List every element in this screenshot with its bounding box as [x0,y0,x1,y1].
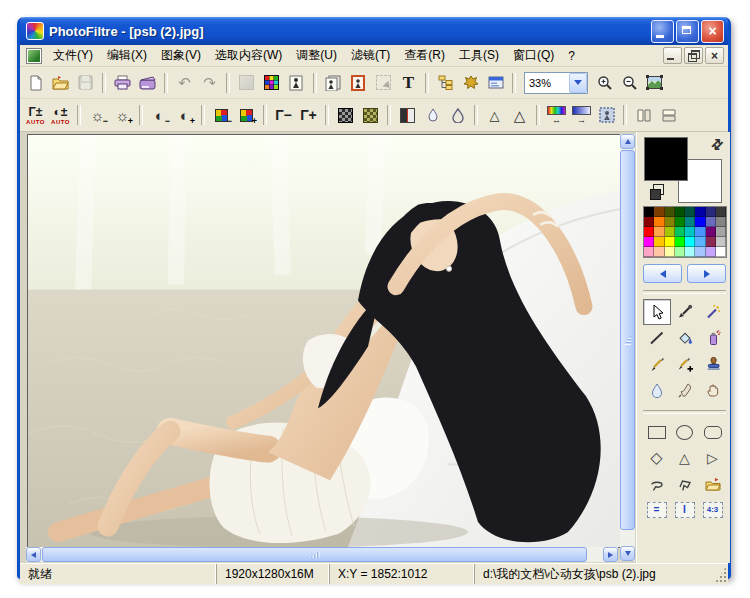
palette-swatch[interactable] [654,227,664,237]
ratio-43-button[interactable]: 4:3 [699,497,727,523]
menu-help[interactable]: ? [561,47,582,65]
menu-selection[interactable]: 选取内容(W) [208,45,289,66]
gamma-plus-button[interactable]: Γ+ [296,103,321,127]
blur-tool[interactable] [643,377,671,403]
saturation-plus-button[interactable]: + [234,103,259,127]
blur-button[interactable] [420,103,445,127]
gamma-minus-button[interactable]: Γ− [271,103,296,127]
canvas-size-button[interactable] [321,71,346,95]
palette-swatch[interactable] [665,207,675,217]
indexed-colors-button[interactable] [259,71,284,95]
spray-tool[interactable] [699,325,727,351]
menu-file[interactable]: 文件(Y) [46,45,100,66]
palette-prev-button[interactable] [643,264,682,283]
show-selection-button[interactable] [371,71,396,95]
palette-swatch[interactable] [675,237,685,247]
menu-tools[interactable]: 工具(S) [452,45,506,66]
print-button[interactable] [110,71,135,95]
zoom-combobox[interactable]: 33% [524,72,588,94]
vertical-scrollbar[interactable] [620,134,635,561]
palette-swatch[interactable] [706,217,716,227]
palette-swatch[interactable] [654,217,664,227]
vertical-scroll-thumb[interactable] [620,150,635,530]
mirror-button[interactable] [631,103,656,127]
menu-filter[interactable]: 滤镜(T) [344,45,397,66]
palette-swatch[interactable] [665,247,675,257]
palette-swatch[interactable] [644,247,654,257]
auto-contrast-button[interactable]: ◐±AUTO [48,103,73,127]
redo-button[interactable]: ↷ [197,71,222,95]
palette-swatch[interactable] [665,217,675,227]
palette-swatch[interactable] [654,247,664,257]
scroll-right-button[interactable] [603,547,618,562]
palette-next-button[interactable] [687,264,726,283]
ellipse-select[interactable] [671,419,699,445]
palette-swatch[interactable] [665,237,675,247]
palette-swatch[interactable] [716,247,726,257]
horizontal-scrollbar[interactable] [26,547,618,562]
mdi-restore-button[interactable] [684,47,703,64]
photomask-frame-button[interactable] [594,103,619,127]
saturation-minus-button[interactable]: − [209,103,234,127]
rhombus-select[interactable]: ◇ [643,445,671,471]
palette-swatch[interactable] [716,237,726,247]
explorer-button[interactable] [433,71,458,95]
palette-swatch[interactable] [675,217,685,227]
open-button[interactable] [48,71,73,95]
menu-view[interactable]: 查看(R) [397,45,452,66]
rounded-rect-select[interactable] [699,419,727,445]
chevron-down-icon[interactable] [569,73,587,93]
resize-grip[interactable] [714,564,728,584]
advanced-brush-tool[interactable] [671,351,699,377]
palette-swatch[interactable] [716,217,726,227]
foreground-color[interactable] [644,137,688,181]
copy-colors-icon[interactable] [653,184,664,195]
palette-swatch[interactable] [706,227,716,237]
palette-swatch[interactable] [716,207,726,217]
ratio-portrait-button[interactable]: I [671,497,699,523]
palette-swatch[interactable] [695,217,705,227]
image-size-button[interactable] [284,71,309,95]
palette-swatch[interactable] [716,227,726,237]
palette-swatch[interactable] [654,207,664,217]
gradient-button[interactable]: → [569,103,594,127]
palette-swatch[interactable] [695,227,705,237]
text-button[interactable]: T [396,71,421,95]
sharpen-button[interactable]: △ [482,103,507,127]
smudge-tool[interactable] [671,377,699,403]
palette-swatch[interactable] [644,217,654,227]
close-button[interactable]: × [701,20,724,43]
module-manager-button[interactable] [483,71,508,95]
fit-image-button[interactable] [642,71,667,95]
image-canvas[interactable] [27,134,623,548]
palette-swatch[interactable] [706,207,716,217]
right-triangle-select[interactable]: ▷ [699,445,727,471]
menu-image[interactable]: 图象(V) [154,45,208,66]
blur-more-button[interactable] [445,103,470,127]
palette-swatch[interactable] [644,207,654,217]
eyedropper-tool[interactable] [671,299,699,325]
title-bar[interactable]: PhotoFiltre - [psb (2).jpg] × [20,17,728,45]
palette-swatch[interactable] [644,237,654,247]
palette-swatch[interactable] [695,207,705,217]
menu-edit[interactable]: 编辑(X) [100,45,154,66]
palette-swatch[interactable] [675,247,685,257]
triangle-select[interactable]: △ [671,445,699,471]
menu-adjust[interactable]: 调整(U) [289,45,344,66]
magic-wand-tool[interactable] [699,299,727,325]
hue-variation-button[interactable]: ↔ [544,103,569,127]
grayscale-button[interactable] [333,103,358,127]
negative-button[interactable] [395,103,420,127]
fill-tool[interactable] [671,325,699,351]
ratio-landscape-button[interactable]: = [643,497,671,523]
zoom-in-button[interactable] [592,71,617,95]
brightness-minus-button[interactable]: ☼− [85,103,110,127]
clone-stamp-tool[interactable] [699,351,727,377]
palette-swatch[interactable] [706,247,716,257]
palette-swatch[interactable] [695,247,705,257]
zoom-out-button[interactable] [617,71,642,95]
horizontal-scroll-thumb[interactable] [42,547,587,562]
flip-button[interactable] [656,103,681,127]
rectangle-select[interactable] [643,419,671,445]
scroll-down-button[interactable] [620,546,635,561]
